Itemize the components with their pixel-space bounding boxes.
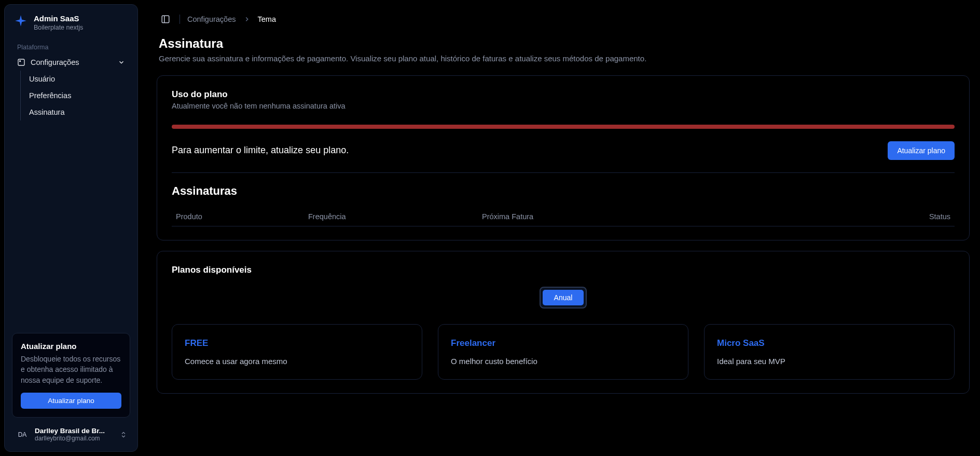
svg-rect-2 — [162, 16, 169, 23]
upgrade-card: Atualizar plano Desbloqueie todos os rec… — [12, 333, 130, 418]
toggle-annual[interactable]: Anual — [543, 290, 584, 305]
sidebar-item-label: Usuário — [29, 75, 55, 83]
usage-title: Uso do plano — [172, 89, 955, 100]
subscriptions-table-header: Produto Frequência Próxima Fatura Status — [172, 207, 955, 226]
brand[interactable]: Admin SaaS Boilerplate nextjs — [10, 14, 132, 39]
section-label-platform: Plataforma — [10, 39, 132, 54]
sidebar-submenu: Usuário Preferências Assinatura — [20, 71, 132, 120]
plans-card: Planos disponíveis Anual FREE Comece a u… — [157, 251, 970, 394]
upgrade-title: Atualizar plano — [21, 342, 121, 351]
plan-card-freelancer[interactable]: Freelancer O melhor custo benefício — [438, 324, 688, 380]
upgrade-text: Desbloqueie todos os recursos e obtenha … — [21, 354, 121, 385]
page-description: Gerencie sua assinatura e informações de… — [159, 53, 968, 65]
billing-toggle: Anual — [172, 287, 955, 309]
brand-subtitle: Boilerplate nextjs — [34, 24, 83, 31]
sidebar: Admin SaaS Boilerplate nextjs Plataforma… — [4, 4, 138, 452]
svg-rect-0 — [18, 59, 24, 65]
sidebar-item-label: Assinatura — [29, 108, 65, 116]
settings-panel-icon — [17, 58, 25, 66]
topbar: Configurações Tema — [146, 0, 980, 32]
plan-name: FREE — [185, 338, 409, 348]
sidebar-item-label: Preferências — [29, 91, 71, 100]
sidebar-item-config[interactable]: Configurações — [10, 54, 132, 71]
plan-name: Freelancer — [451, 338, 675, 348]
sidebar-item-preferences[interactable]: Preferências — [23, 87, 132, 104]
svg-point-1 — [20, 61, 21, 62]
plan-grid: FREE Comece a usar agora mesmo Freelance… — [172, 324, 955, 380]
usage-card: Uso do plano Atualmente você não tem nen… — [157, 75, 970, 240]
upgrade-button[interactable]: Atualizar plano — [21, 393, 121, 409]
upgrade-plan-button[interactable]: Atualizar plano — [888, 141, 955, 160]
subscriptions-heading: Assinaturas — [172, 184, 955, 198]
main-content: Configurações Tema Assinatura Gerencie s… — [142, 0, 980, 456]
col-next-invoice: Próxima Fatura — [482, 212, 847, 221]
sidebar-item-user[interactable]: Usuário — [23, 71, 132, 87]
plan-name: Micro SaaS — [717, 338, 942, 348]
col-product: Produto — [176, 212, 308, 221]
toggle-sidebar-button[interactable] — [159, 12, 172, 26]
usage-progress-bar — [172, 125, 955, 129]
chevrons-up-down-icon — [120, 431, 127, 438]
plan-card-microsaas[interactable]: Micro SaaS Ideal para seu MVP — [704, 324, 955, 380]
avatar: DA — [15, 427, 30, 442]
sidebar-item-label: Configurações — [31, 58, 79, 66]
user-email: darlleybrito@gmail.com — [35, 435, 115, 442]
limit-row: Para aumentar o limite, atualize seu pla… — [172, 141, 955, 173]
brand-title: Admin SaaS — [34, 14, 83, 23]
col-frequency: Frequência — [308, 212, 482, 221]
page-title: Assinatura — [159, 36, 968, 51]
limit-text: Para aumentar o limite, atualize seu pla… — [172, 145, 349, 156]
divider — [180, 15, 180, 24]
sidebar-item-subscription[interactable]: Assinatura — [23, 104, 132, 120]
plan-tagline: Comece a usar agora mesmo — [185, 357, 409, 366]
col-status: Status — [847, 212, 950, 221]
chevron-down-icon — [118, 59, 125, 66]
usage-subtitle: Atualmente você não tem nenhuma assinatu… — [172, 102, 955, 110]
plan-tagline: O melhor custo benefício — [451, 357, 675, 366]
plan-card-free[interactable]: FREE Comece a usar agora mesmo — [172, 324, 422, 380]
sparkle-icon — [14, 14, 27, 31]
breadcrumb-current: Tema — [258, 15, 276, 23]
breadcrumb-parent[interactable]: Configurações — [187, 15, 236, 23]
chevron-right-icon — [243, 16, 251, 23]
user-name: Darlley Brasil de Br... — [35, 427, 115, 435]
page-header: Assinatura Gerencie sua assinatura e inf… — [146, 32, 980, 75]
user-menu[interactable]: DA Darlley Brasil de Br... darlleybrito@… — [10, 423, 132, 446]
plan-tagline: Ideal para seu MVP — [717, 357, 942, 366]
plans-title: Planos disponíveis — [172, 265, 955, 275]
